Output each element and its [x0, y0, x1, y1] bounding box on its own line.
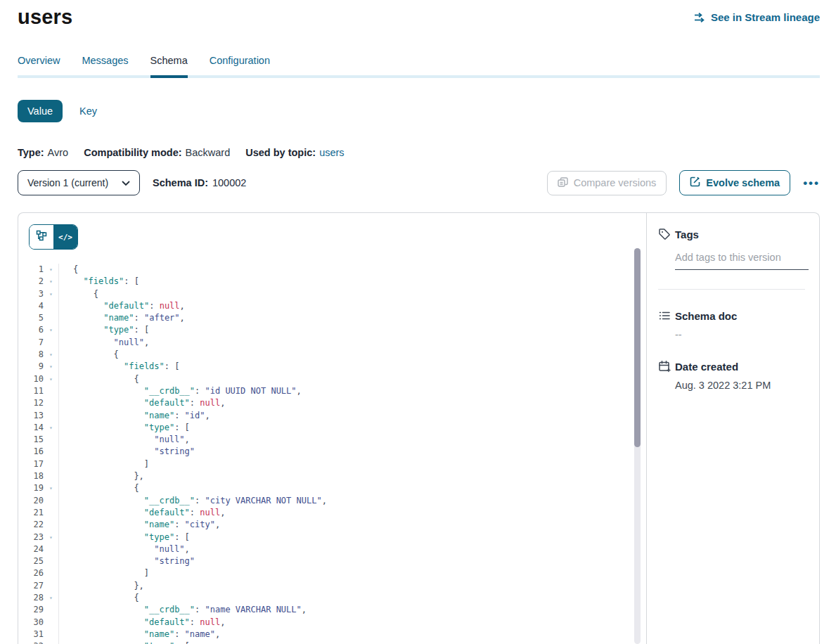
fold-toggle-icon[interactable]: ▾ [44, 349, 59, 361]
code-text: "default": null, [59, 397, 646, 409]
code-line: 2▾"fields": [ [18, 276, 646, 288]
line-number: 29 [18, 604, 44, 616]
type-label: Type: [18, 147, 44, 158]
compatibility-value: Backward [186, 147, 231, 158]
code-line: 28▾{ [18, 592, 646, 604]
line-number: 11 [18, 385, 44, 397]
code-line: 12"default": null, [18, 397, 646, 409]
fold-toggle-icon[interactable]: ▾ [44, 422, 59, 434]
code-text: { [59, 592, 646, 604]
line-number: 23 [18, 532, 44, 543]
line-number: 9 [18, 361, 44, 373]
key-toggle-button[interactable]: Key [79, 105, 97, 117]
fold-toggle-icon[interactable]: ▾ [44, 532, 59, 543]
line-number: 20 [18, 495, 44, 507]
tab-schema[interactable]: Schema [150, 55, 188, 78]
fold-gutter [44, 470, 59, 482]
fold-toggle-icon[interactable]: ▾ [44, 361, 59, 373]
fold-gutter [44, 337, 59, 349]
code-text: { [59, 288, 646, 300]
code-text: { [59, 482, 646, 494]
compare-versions-icon [558, 177, 568, 189]
stream-lineage-link[interactable]: See in Stream lineage [694, 11, 820, 23]
code-text: "__crdb__": "name VARCHAR NULL", [59, 604, 646, 616]
code-view-button[interactable]: </> [53, 225, 77, 249]
fold-gutter [44, 495, 59, 507]
schema-code-pane: </> 1▾{2▾"fields": [3▾{4"default": null,… [18, 213, 646, 644]
code-line: 24"null", [18, 543, 646, 555]
line-number: 13 [18, 410, 44, 422]
code-line: 16"string" [18, 446, 646, 458]
line-number: 3 [18, 288, 44, 300]
code-text: "null", [59, 337, 646, 349]
code-text: "default": null, [59, 300, 646, 312]
fold-toggle-icon[interactable]: ▾ [44, 288, 59, 300]
code-text: ] [59, 458, 646, 470]
line-number: 1 [18, 264, 44, 276]
fold-toggle-icon[interactable]: ▾ [44, 264, 59, 276]
compare-versions-button[interactable]: Compare versions [547, 171, 667, 195]
line-number: 27 [18, 580, 44, 592]
code-view-icon: </> [58, 233, 72, 242]
tab-bar: Overview Messages Schema Configuration [18, 55, 820, 78]
line-number: 2 [18, 276, 44, 288]
fold-gutter [44, 385, 59, 397]
fold-toggle-icon[interactable]: ▾ [44, 640, 59, 644]
version-select[interactable]: Version 1 (current) [18, 170, 140, 195]
evolve-schema-button[interactable]: Evolve schema [679, 170, 790, 195]
line-number: 31 [18, 629, 44, 640]
topic-link[interactable]: users [319, 147, 344, 158]
schema-json-editor: 1▾{2▾"fields": [3▾{4"default": null,5"na… [18, 264, 646, 644]
code-text: "name": "after", [59, 312, 646, 324]
line-number: 7 [18, 337, 44, 349]
tag-icon [658, 228, 671, 240]
code-line: 15"null", [18, 434, 646, 446]
fold-toggle-icon[interactable]: ▾ [44, 276, 59, 288]
tree-view-button[interactable] [30, 225, 53, 249]
line-number: 19 [18, 482, 44, 494]
code-text: "__crdb__": "id UUID NOT NULL", [59, 385, 646, 397]
fold-gutter [44, 507, 59, 519]
fold-gutter [44, 555, 59, 567]
code-line: 25"string" [18, 555, 646, 567]
tab-overview[interactable]: Overview [18, 55, 60, 78]
code-line: 21"default": null, [18, 507, 646, 519]
code-text: "name": "name", [59, 629, 646, 640]
code-text: "name": "city", [59, 519, 646, 531]
line-number: 30 [18, 617, 44, 629]
code-line: 18}, [18, 470, 646, 482]
fold-toggle-icon[interactable]: ▾ [44, 592, 59, 604]
code-line: 23▾"type": [ [18, 532, 646, 543]
code-line: 7"null", [18, 337, 646, 349]
code-text: "name": "id", [59, 410, 646, 422]
add-tags-input[interactable] [675, 252, 809, 270]
code-text: }, [59, 580, 646, 592]
line-number: 17 [18, 458, 44, 470]
editor-scrollbar-thumb[interactable] [634, 248, 641, 447]
code-text: { [59, 264, 646, 276]
value-toggle-button[interactable]: Value [18, 100, 63, 122]
code-line: 1▾{ [18, 264, 646, 276]
date-created-value: Aug. 3 2022 3:21 PM [675, 380, 806, 391]
code-line: 11"__crdb__": "id UUID NOT NULL", [18, 385, 646, 397]
fold-toggle-icon[interactable]: ▾ [44, 373, 59, 385]
code-line: 32▾"type": [ [18, 640, 646, 644]
code-line: 5"name": "after", [18, 312, 646, 324]
fold-toggle-icon[interactable]: ▾ [44, 482, 59, 494]
tab-configuration[interactable]: Configuration [210, 55, 270, 78]
schema-doc-value: -- [675, 329, 806, 340]
line-number: 15 [18, 434, 44, 446]
page-title: users [18, 6, 72, 29]
fold-gutter [44, 543, 59, 555]
code-text: }, [59, 470, 646, 482]
more-actions-button[interactable]: ••• [803, 177, 820, 189]
fold-gutter [44, 604, 59, 616]
schema-panel: </> 1▾{2▾"fields": [3▾{4"default": null,… [18, 212, 820, 644]
code-text: "default": null, [59, 617, 646, 629]
line-number: 16 [18, 446, 44, 458]
fold-toggle-icon[interactable]: ▾ [44, 324, 59, 336]
edit-icon [690, 176, 700, 189]
code-line: 4"default": null, [18, 300, 646, 312]
tab-messages[interactable]: Messages [82, 55, 128, 78]
code-line: 9▾"fields": [ [18, 361, 646, 373]
